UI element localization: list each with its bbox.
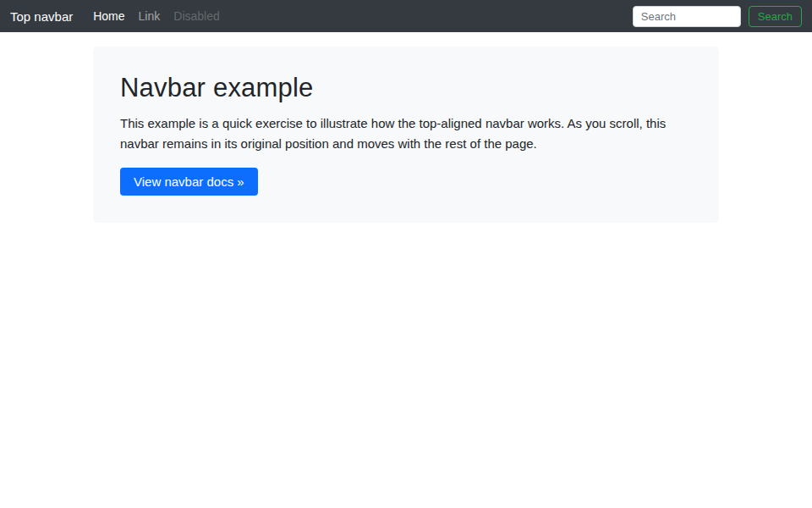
top-navbar: Top navbar Home Link Disabled Search	[0, 0, 812, 32]
nav-link-link[interactable]: Link	[132, 6, 167, 26]
navbar-nav: Home Link Disabled	[86, 8, 633, 24]
page-content: Navbar example This example is a quick e…	[0, 32, 812, 223]
navbar-brand[interactable]: Top navbar	[10, 9, 73, 24]
navbar-search-form: Search	[633, 6, 802, 27]
search-input[interactable]	[633, 6, 741, 27]
nav-link-disabled: Disabled	[167, 6, 226, 26]
page-description: This example is a quick exercise to illu…	[120, 113, 692, 155]
nav-link-home[interactable]: Home	[86, 6, 131, 26]
search-button[interactable]: Search	[749, 6, 802, 27]
jumbotron-card: Navbar example This example is a quick e…	[93, 47, 719, 223]
view-navbar-docs-button[interactable]: View navbar docs »	[120, 168, 258, 196]
page-title: Navbar example	[120, 73, 692, 103]
